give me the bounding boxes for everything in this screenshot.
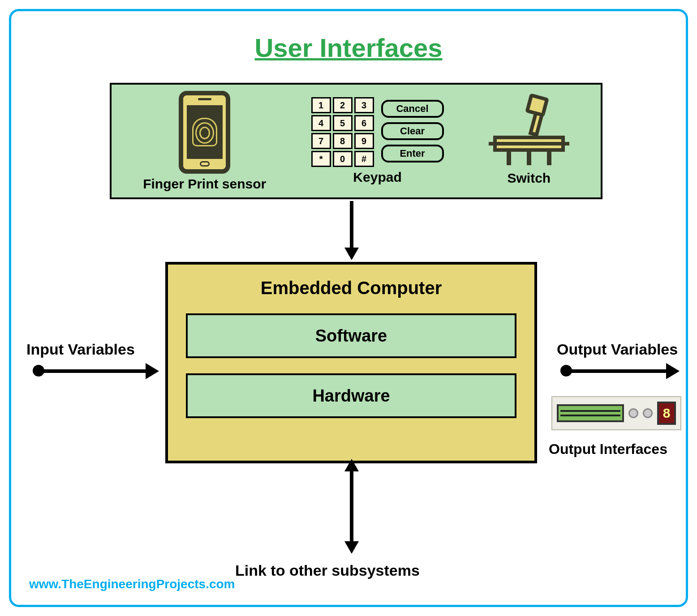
arrow-link-subsystems bbox=[350, 468, 353, 544]
embedded-computer-box: Embedded Computer Software Hardware bbox=[165, 262, 537, 463]
embedded-title: Embedded Computer bbox=[186, 278, 516, 298]
diagram-frame: User Interfaces Finger Print sensor 1 2 … bbox=[9, 9, 688, 607]
lcd-icon bbox=[557, 404, 624, 422]
seven-segment-icon: 8 bbox=[657, 402, 676, 425]
keypad-key: 6 bbox=[354, 115, 374, 131]
software-layer: Software bbox=[186, 313, 516, 358]
hardware-layer: Hardware bbox=[186, 373, 516, 418]
arrow-output bbox=[566, 369, 669, 373]
output-variables-label: Output Variables bbox=[557, 341, 678, 358]
keypad-key: 1 bbox=[311, 97, 331, 113]
knob-icon bbox=[628, 408, 638, 418]
user-interface-panel: Finger Print sensor 1 2 3 4 5 6 7 8 9 * … bbox=[110, 83, 602, 199]
keypad-key: 9 bbox=[354, 133, 374, 149]
fingerprint-label: Finger Print sensor bbox=[143, 176, 266, 192]
output-interface-device-icon: 8 bbox=[551, 396, 681, 430]
switch-label: Switch bbox=[508, 171, 551, 186]
switch-block: Switch bbox=[489, 96, 569, 186]
input-variables-label: Input Variables bbox=[26, 341, 135, 358]
keypad-key: 3 bbox=[354, 97, 374, 113]
diagram-title: User Interfaces bbox=[11, 33, 686, 63]
keypad-key: # bbox=[354, 151, 374, 167]
fingerprint-icon bbox=[192, 118, 217, 146]
keypad-key: 8 bbox=[333, 133, 353, 149]
keypad-icon: 1 2 3 4 5 6 7 8 9 * 0 # Cancel Clear Ent… bbox=[311, 97, 444, 167]
keypad-key: 4 bbox=[311, 115, 331, 131]
keypad-key: 5 bbox=[333, 115, 353, 131]
keypad-enter: Enter bbox=[381, 145, 444, 163]
keypad-cancel: Cancel bbox=[381, 100, 444, 118]
fingerprint-sensor-block: Finger Print sensor bbox=[143, 91, 266, 192]
link-subsystems-label: Link to other subsystems bbox=[235, 562, 420, 579]
keypad-key: 7 bbox=[311, 133, 331, 149]
switch-icon bbox=[489, 96, 569, 168]
keypad-block: 1 2 3 4 5 6 7 8 9 * 0 # Cancel Clear Ent… bbox=[311, 97, 444, 185]
arrow-head-right-icon bbox=[666, 363, 680, 379]
knob-icon bbox=[643, 408, 653, 418]
keypad-label: Keypad bbox=[353, 170, 401, 185]
arrow-input bbox=[38, 369, 148, 373]
keypad-key: 0 bbox=[333, 151, 353, 167]
arrow-head-right-icon bbox=[146, 363, 159, 379]
credit-link[interactable]: www.TheEngineeringProjects.com bbox=[29, 577, 235, 591]
output-interfaces-label: Output Interfaces bbox=[549, 441, 667, 458]
keypad-key: 2 bbox=[333, 97, 353, 113]
arrow-head-down-icon bbox=[344, 541, 359, 554]
keypad-key: * bbox=[311, 151, 331, 167]
arrow-head-down-icon bbox=[344, 248, 359, 260]
keypad-clear: Clear bbox=[381, 122, 444, 140]
arrow-ui-to-embedded bbox=[350, 201, 353, 250]
phone-icon bbox=[179, 91, 230, 174]
